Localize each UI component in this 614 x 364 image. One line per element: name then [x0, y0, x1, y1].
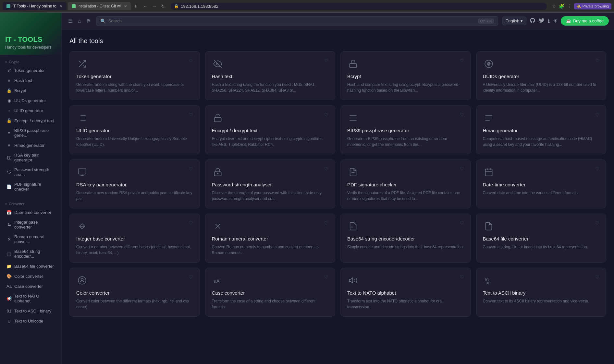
- favorite-button-bip39[interactable]: ♡: [460, 112, 464, 117]
- favorite-button-pdf-signature[interactable]: ♡: [460, 166, 464, 171]
- favorite-button-hmac[interactable]: ♡: [595, 112, 599, 117]
- sidebar-item-label: UUIDs generator: [14, 98, 46, 103]
- sidebar-item-date-time[interactable]: 📅 Date-time converter: [1, 207, 60, 217]
- sidebar-item-hmac[interactable]: ≡ Hmac generator: [1, 140, 60, 150]
- favorite-button-roman-numeral[interactable]: ♡: [324, 220, 328, 226]
- sidebar-item-rsa[interactable]: ⚿ RSA key pair generator: [1, 150, 60, 165]
- sidebar-logo: IT - TOOLS Handy tools for developers: [0, 13, 61, 55]
- tool-card-uuids-generator[interactable]: ♡ UUIDs generator A Universally Unique I…: [476, 51, 607, 100]
- sidebar-item-nato[interactable]: 📢 Text to NATO alphabet: [1, 291, 60, 306]
- svg-text:01: 01: [351, 226, 353, 229]
- sidebar-item-password-strength[interactable]: 🛡 Password strength ana...: [1, 165, 60, 179]
- sidebar-item-base64-file[interactable]: 📁 Base64 file converter: [1, 261, 60, 271]
- tab-add-button[interactable]: +: [132, 3, 139, 10]
- tool-name-pdf-signature: PDF signature checker: [347, 182, 464, 187]
- favorite-button-text-nato[interactable]: ♡: [460, 275, 464, 280]
- tool-card-bcrypt[interactable]: ♡ Bcrypt Hash and compare text string us…: [340, 51, 471, 100]
- sidebar-item-unicode[interactable]: U Text to Unicode: [1, 316, 60, 326]
- info-icon[interactable]: ℹ: [548, 18, 550, 24]
- favorite-button-password-strength[interactable]: ♡: [324, 166, 328, 171]
- tools-grid: ♡ Token generator Generate random string…: [69, 51, 606, 317]
- favorite-button-base64-file[interactable]: ♡: [595, 220, 599, 226]
- tool-card-password-strength[interactable]: ♡ Password strength analyser Discover th…: [205, 159, 336, 208]
- right-panel: ☰ ⌂ ⚑ 🔍 Ctrl + K English ▾: [62, 13, 614, 364]
- tool-icon-password-strength: [212, 166, 224, 178]
- settings-icon[interactable]: ⋮: [567, 4, 571, 9]
- section-label-converter[interactable]: ▾ Converter: [0, 199, 61, 207]
- tool-card-roman-numeral[interactable]: ♡ Roman numeral converter Convert Roman …: [205, 214, 336, 263]
- svg-rect-25: [485, 169, 492, 176]
- star-icon[interactable]: ☆: [552, 4, 556, 9]
- favorite-button-base64-string[interactable]: ♡: [460, 220, 464, 226]
- twitter-icon[interactable]: [539, 18, 545, 25]
- sidebar-item-uuids[interactable]: ◉ UUIDs generator: [1, 96, 60, 105]
- tool-card-hash-text[interactable]: ♡ Hash text Hash a text string using the…: [205, 51, 336, 100]
- favorite-button-integer-base[interactable]: ♡: [189, 220, 193, 226]
- sidebar-item-bcrypt[interactable]: 🔒 Bcrypt: [1, 86, 60, 95]
- sidebar-item-case[interactable]: Aa Case converter: [1, 281, 60, 291]
- tab-gitea[interactable]: Installation - Gitea: Git wi ✕: [68, 2, 131, 10]
- favorite-button-text-ascii-binary[interactable]: ♡: [595, 275, 599, 280]
- tab-close-gitea[interactable]: ✕: [124, 4, 127, 8]
- buy-coffee-button[interactable]: ☕ Buy me a coffee: [561, 16, 609, 26]
- extensions-icon[interactable]: 🧩: [559, 4, 564, 9]
- tab-it-tools[interactable]: IT Tools - Handy online to ✕: [3, 2, 67, 10]
- svg-rect-11: [214, 118, 221, 122]
- tab-close-it-tools[interactable]: ✕: [60, 4, 63, 8]
- tool-card-ulid-generator[interactable]: ♡ ULID generator Generate random Univers…: [69, 105, 200, 154]
- favorite-button-token-generator[interactable]: ♡: [189, 58, 193, 63]
- favorite-button-case-converter[interactable]: ♡: [324, 275, 328, 280]
- sidebar-item-color[interactable]: 🎨 Color converter: [1, 271, 60, 281]
- tool-card-bip39[interactable]: ♡ BIP39 passphrase generator Generate a …: [340, 105, 471, 154]
- flag-icon[interactable]: ⚑: [85, 17, 92, 25]
- tool-card-case-converter[interactable]: aA ♡ Case converter Transform the case o…: [205, 268, 336, 317]
- home-icon[interactable]: ⌂: [77, 17, 82, 25]
- sidebar-item-hash-text[interactable]: # Hash text: [1, 76, 60, 85]
- favorite-button-hash-text[interactable]: ♡: [324, 58, 328, 63]
- tab-label-it-tools: IT Tools - Handy online to: [12, 4, 56, 8]
- sidebar-item-ascii-binary[interactable]: 01 Text to ASCII binary: [1, 306, 60, 316]
- section-label-crypto[interactable]: ▾ Crypto: [0, 57, 61, 65]
- menu-icon[interactable]: ☰: [67, 17, 74, 25]
- tool-icon-color-converter: [76, 275, 88, 286]
- sidebar-item-encrypt[interactable]: 🔓 Encrypt / decrypt text: [1, 116, 60, 125]
- url-input[interactable]: [181, 4, 543, 9]
- tool-card-text-nato[interactable]: ♡ Text to NATO alphabet Transform text i…: [340, 268, 471, 317]
- favorite-button-uuids-generator[interactable]: ♡: [595, 58, 599, 63]
- search-input[interactable]: [108, 18, 475, 23]
- tool-card-color-converter[interactable]: ♡ Color converter Convert color between …: [69, 268, 200, 317]
- favorite-button-date-time[interactable]: ♡: [595, 166, 599, 171]
- sidebar-item-pdf-signature[interactable]: 📄 PDF signature checker: [1, 180, 60, 194]
- favorite-button-color-converter[interactable]: ♡: [189, 275, 193, 280]
- tool-card-integer-base[interactable]: ♡ Integer base converter Convert a numbe…: [69, 214, 200, 263]
- tool-card-base64-file[interactable]: ♡ Base64 file converter Convert a string…: [476, 214, 607, 263]
- sidebar-item-bip39[interactable]: ≡ BIP39 passphrase gene...: [1, 126, 60, 140]
- sidebar-item-token-generator[interactable]: ⇄ Token generator: [1, 65, 60, 75]
- tool-card-base64-string[interactable]: 01 ♡ Base64 string encoder/decoder Simpl…: [340, 214, 471, 263]
- favorite-button-encrypt-decrypt[interactable]: ♡: [324, 112, 328, 117]
- github-icon[interactable]: [530, 18, 535, 25]
- reload-button[interactable]: ↻: [160, 3, 166, 9]
- favorite-button-ulid-generator[interactable]: ♡: [189, 112, 193, 117]
- tool-card-text-ascii-binary[interactable]: 0110 ♡ Text to ASCII binary Convert text…: [476, 268, 607, 317]
- tool-card-token-generator[interactable]: ♡ Token generator Generate random string…: [69, 51, 200, 100]
- sidebar-item-base64-string[interactable]: ⬚ Base64 string encoder/...: [1, 247, 60, 261]
- tool-card-rsa-key-pair[interactable]: ♡ RSA key pair generator Generate a new …: [69, 159, 200, 208]
- tool-card-hmac[interactable]: ♡ Hmac generator Computes a hash-based m…: [476, 105, 607, 154]
- back-button[interactable]: ←: [141, 3, 149, 9]
- sidebar-item-roman[interactable]: ✕ Roman numeral conver...: [1, 232, 60, 246]
- tool-card-date-time[interactable]: ♡ Date-time converter Convert date and t…: [476, 159, 607, 208]
- favorite-button-rsa-key-pair[interactable]: ♡: [189, 166, 193, 171]
- theme-icon[interactable]: ☀: [553, 18, 558, 24]
- sidebar-item-integer-base[interactable]: ⇆ Integer base converter: [1, 217, 60, 232]
- language-selector[interactable]: English ▾: [502, 17, 527, 25]
- tool-icon-hash-text: [212, 58, 224, 70]
- forward-button[interactable]: →: [151, 3, 158, 9]
- tool-card-encrypt-decrypt[interactable]: ♡ Encrypt / decrypt text Encrypt clear t…: [205, 105, 336, 154]
- tool-desc-rsa-key-pair: Generate a new random RSA private and pu…: [76, 190, 193, 202]
- tool-desc-case-converter: Transform the case of a string and choos…: [212, 298, 329, 310]
- sidebar-item-ulid[interactable]: ↕ ULID generator: [1, 106, 60, 115]
- tool-card-pdf-signature[interactable]: ♡ PDF signature checker Verify the signa…: [340, 159, 471, 208]
- favorite-button-bcrypt[interactable]: ♡: [460, 58, 464, 63]
- svg-point-33: [78, 276, 86, 284]
